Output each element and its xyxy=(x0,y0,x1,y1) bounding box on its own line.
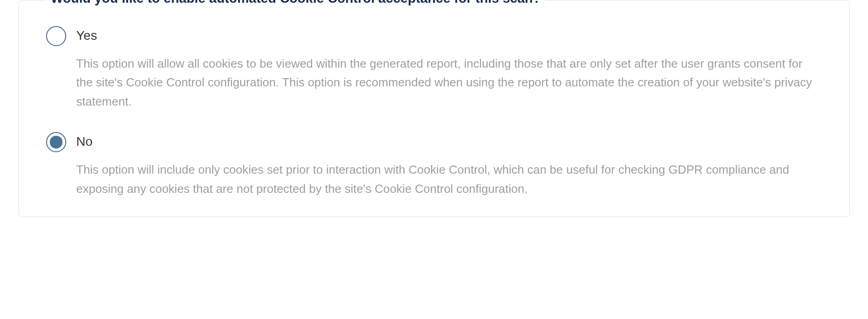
option-no: No This option will include only cookies… xyxy=(46,134,822,198)
option-yes-label: Yes xyxy=(76,28,822,43)
cookie-control-fieldset: Would you like to enable automated Cooki… xyxy=(18,0,850,217)
radio-no[interactable] xyxy=(46,132,66,152)
radio-yes[interactable] xyxy=(46,26,66,46)
option-no-content: No This option will include only cookies… xyxy=(76,134,822,198)
option-yes-description: This option will allow all cookies to be… xyxy=(76,54,822,112)
options-group: Yes This option will allow all cookies t… xyxy=(46,28,822,198)
option-no-description: This option will include only cookies se… xyxy=(76,160,822,198)
option-no-label: No xyxy=(76,134,822,149)
option-yes-content: Yes This option will allow all cookies t… xyxy=(76,28,822,111)
option-yes: Yes This option will allow all cookies t… xyxy=(46,28,822,111)
question-heading: Would you like to enable automated Cooki… xyxy=(46,0,545,6)
